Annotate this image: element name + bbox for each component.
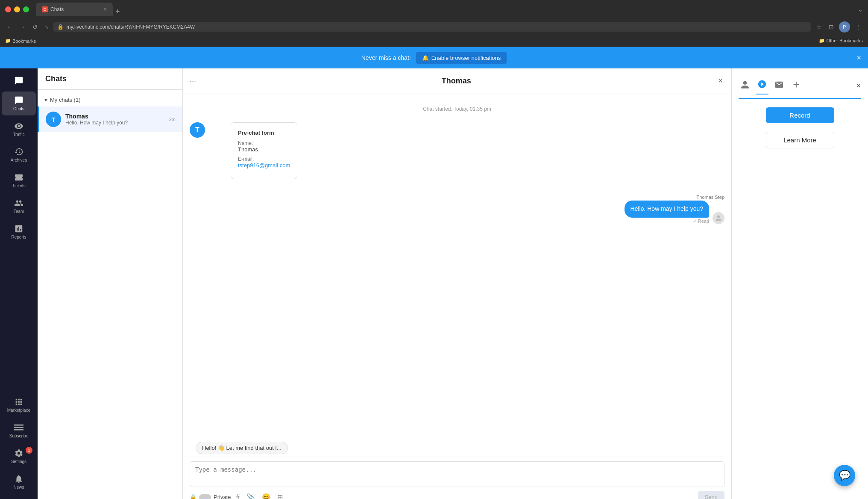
browser-menu-button[interactable]: ⌄ <box>858 6 863 13</box>
learn-more-button[interactable]: Learn More <box>766 132 834 148</box>
hashtag-button[interactable]: # <box>234 493 241 499</box>
svg-rect-0 <box>14 425 23 426</box>
subscribe-icon <box>14 423 23 432</box>
chat-time: 2m <box>169 117 176 122</box>
record-button[interactable]: Record <box>766 107 834 123</box>
private-toggle-switch[interactable] <box>199 494 211 499</box>
archives-label: Archives <box>11 158 27 162</box>
minimize-window-button[interactable] <box>14 6 20 12</box>
team-icon <box>14 198 23 208</box>
chat-preview: Hello. How may I help you? <box>65 120 165 126</box>
app-container: Chats Traffic Archives Tickets Team <box>0 68 868 499</box>
chats-panel-header: Chats <box>38 68 182 90</box>
tickets-label: Tickets <box>12 183 25 188</box>
my-chats-section: ▾ My chats (1) T Thomas Hello. How may I… <box>38 90 182 136</box>
chats-icon <box>14 96 23 105</box>
browser-options-button[interactable]: ⋮ <box>853 23 863 31</box>
url-text: my.livechatinc.com/chats/RYAIFNFMYG/RYEK… <box>66 24 195 30</box>
traffic-label: Traffic <box>13 132 24 137</box>
sidebar-item-archives[interactable]: Archives <box>2 143 36 167</box>
sidebar-item-news[interactable]: News <box>2 470 36 494</box>
chat-avatar: T <box>46 112 61 127</box>
new-tab-button[interactable]: + <box>115 7 120 16</box>
my-chats-header[interactable]: ▾ My chats (1) <box>38 93 182 106</box>
prechat-form-title: Pre-chat form <box>238 130 290 136</box>
sidebar-item-marketplace[interactable]: Marketplace <box>2 393 36 417</box>
prechat-name-field: Name: Thomas <box>238 140 290 153</box>
right-panel-close-button[interactable]: × <box>856 81 861 91</box>
prechat-email-label: E-mail: <box>238 156 290 162</box>
refresh-button[interactable]: ↺ <box>31 23 39 31</box>
prechat-form-row: T Pre-chat form Name: Thomas E-mail: tst… <box>190 122 724 179</box>
maximize-window-button[interactable] <box>23 6 29 12</box>
sidebar: Chats Traffic Archives Tickets Team <box>0 68 38 499</box>
chat-bubble-icon <box>14 76 23 86</box>
chat-close-button[interactable]: × <box>716 75 724 87</box>
sidebar-item-chat-bubble[interactable] <box>2 72 36 90</box>
chat-date-divider: Chat started: Today, 01:35 pm <box>190 101 724 117</box>
address-bar[interactable]: 🔒 my.livechatinc.com/chats/RYAIFNFMYG/RY… <box>53 22 811 32</box>
message-input-area: 🔒 Private # 📎 😊 ⊞ Send 🏷 Add tag Type # … <box>183 457 731 499</box>
sidebar-item-chats[interactable]: Chats <box>2 92 36 115</box>
right-panel: × Record Learn More <box>731 68 868 499</box>
notification-close-button[interactable]: × <box>856 53 861 62</box>
sidebar-item-subscribe[interactable]: Subscribe <box>2 419 36 443</box>
private-label: Private <box>214 494 231 499</box>
back-button[interactable]: ← <box>5 23 15 31</box>
sidebar-item-avatar[interactable]: G <box>2 496 36 499</box>
news-icon <box>14 474 23 484</box>
lock-icon: 🔒 <box>190 494 196 499</box>
enable-notifications-button[interactable]: 🔔 Enable browser notifications <box>416 52 507 64</box>
chat-more-button[interactable]: ··· <box>190 77 196 86</box>
my-chats-label: My chats (1) <box>50 97 81 103</box>
prechat-email-value: tstep916@gmail.com <box>238 162 290 168</box>
tickets-icon <box>14 173 23 182</box>
chat-messages: Chat started: Today, 01:35 pm T Pre-chat… <box>183 94 731 439</box>
chat-header-actions: × <box>716 75 724 87</box>
panel-profile-tab[interactable] <box>739 77 751 94</box>
bookmarks-folder-icon: 📁 <box>5 38 11 44</box>
sidebar-item-team[interactable]: Team <box>2 194 36 218</box>
chats-panel-title: Chats <box>45 74 67 83</box>
bookmarks-label: 📁 Bookmarks <box>5 38 36 44</box>
sidebar-item-tickets[interactable]: Tickets <box>2 168 36 192</box>
sidebar-item-traffic[interactable]: Traffic <box>2 117 36 141</box>
bell-icon: 🔔 <box>422 55 429 61</box>
sidebar-item-settings[interactable]: Settings 1 <box>2 444 36 468</box>
chat-list-item[interactable]: T Thomas Hello. How may I help you? 2m <box>38 106 182 132</box>
bookmark-button[interactable]: ☆ <box>815 23 824 31</box>
chats-label: Chats <box>13 106 24 111</box>
chat-main: ··· Thomas × Chat started: Today, 01:35 … <box>183 68 731 499</box>
private-toggle: 🔒 Private <box>190 494 231 499</box>
home-button[interactable]: ⌂ <box>43 23 50 31</box>
outgoing-message-container: Thomas Step Hello. How may I help you? ✓… <box>190 195 724 224</box>
forward-button[interactable]: → <box>18 23 27 31</box>
active-tab[interactable]: C Chats × <box>36 3 113 16</box>
message-input[interactable] <box>190 461 724 487</box>
outgoing-avatar <box>713 212 724 224</box>
floating-chat-icon: 💬 <box>839 470 850 481</box>
tab-close-button[interactable]: × <box>104 6 107 12</box>
message-row-outgoing: Hello. How may I help you? ✓ Read <box>190 201 724 224</box>
reports-icon <box>14 224 23 233</box>
sidebar-item-reports[interactable]: Reports <box>2 220 36 244</box>
collapse-icon: ▾ <box>44 97 47 103</box>
floating-chat-button[interactable]: 💬 <box>834 465 855 486</box>
profile-avatar[interactable]: P <box>839 21 850 32</box>
svg-rect-1 <box>14 427 23 428</box>
emoji-button[interactable]: 😊 <box>260 492 272 499</box>
panel-email-tab[interactable] <box>773 77 786 94</box>
settings-label: Settings <box>11 459 26 464</box>
attachment-button[interactable]: 📎 <box>245 492 257 499</box>
extensions-button[interactable]: ⊡ <box>827 23 836 31</box>
subscribe-label: Subscribe <box>9 434 28 438</box>
close-window-button[interactable] <box>5 6 11 12</box>
panel-add-tab[interactable] <box>790 77 803 94</box>
prechat-name-value: Thomas <box>238 146 290 153</box>
extra-button[interactable]: ⊞ <box>276 492 284 499</box>
suggested-reply-chip[interactable]: Hello! 👋 Let me find that out f... <box>196 442 288 454</box>
send-button[interactable]: Send <box>698 491 724 499</box>
panel-star-tab[interactable] <box>756 77 768 94</box>
traffic-lights <box>5 6 29 12</box>
suggested-reply-area: Hello! 👋 Let me find that out f... <box>190 439 724 457</box>
